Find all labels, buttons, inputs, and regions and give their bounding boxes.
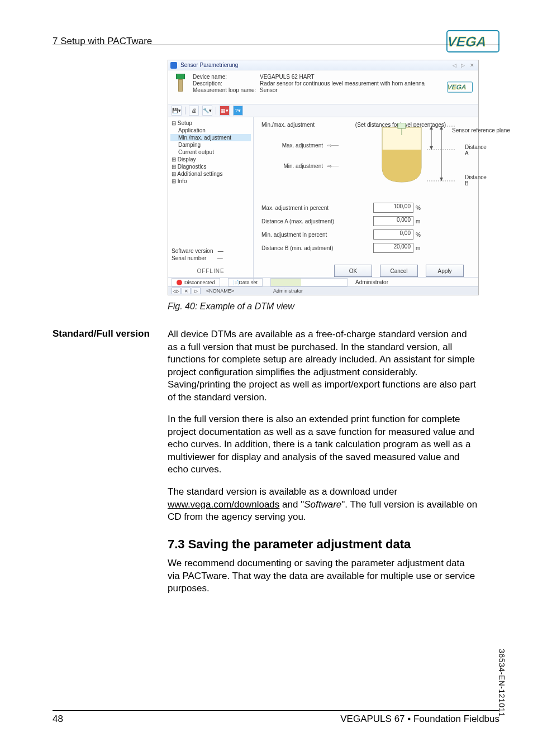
- tree-minmax[interactable]: Min./max. adjustment: [170, 134, 251, 141]
- unit-pct: %: [416, 205, 421, 211]
- panel-title: Min./max. adjustment: [261, 122, 315, 128]
- toolbar-help-icon[interactable]: ?▾: [233, 106, 243, 116]
- document-code: 36534-EN-121011: [497, 649, 506, 717]
- window-titlebar: Sensor Parametrierung ◁ ▷ ✕: [168, 60, 478, 70]
- paragraph-4: We recommend documenting or saving the p…: [168, 557, 478, 595]
- header-rule: [53, 45, 499, 45]
- toolbar-print-icon[interactable]: 🖨: [189, 106, 199, 116]
- maxpct-input[interactable]: 100,00: [373, 203, 413, 213]
- toolbar-grid-icon[interactable]: ▦▾: [220, 106, 230, 116]
- svg-text:VEGA: VEGA: [446, 34, 489, 49]
- distA-field-label: Distance A (max. adjustment): [261, 218, 373, 224]
- toolbar-wrench-icon[interactable]: 🔧▾: [202, 106, 212, 116]
- vessel-diagram: [371, 123, 455, 189]
- running-header: 7 Setup with PACTware VEGA: [53, 30, 499, 52]
- footer-rule: [53, 710, 499, 711]
- unit-pct: %: [416, 232, 421, 238]
- download-link[interactable]: www.vega.com/downloads: [168, 499, 279, 510]
- serial-number: Serial number —: [170, 255, 251, 262]
- tree-damping[interactable]: Damping: [170, 141, 251, 149]
- cancel-button[interactable]: Cancel: [380, 265, 418, 277]
- admin-label: Administrator: [355, 279, 388, 285]
- sensor-plane-label: Sensor reference plane: [452, 127, 510, 133]
- window-controls[interactable]: ◁ ▷ ✕: [453, 63, 476, 68]
- svg-marker-10: [430, 126, 433, 130]
- fields: Max. adjustment in percent 100,00 % Dist…: [261, 203, 470, 253]
- tree-setup[interactable]: ⊟ Setup: [170, 119, 251, 127]
- project-name: <NONAME>: [206, 288, 234, 294]
- arrow-icon: ⇨┄┄: [327, 142, 339, 149]
- admin-label-2: Administrator: [273, 288, 303, 294]
- window-title: Sensor Parametrierung: [180, 62, 238, 68]
- distA-input[interactable]: 0,000: [373, 216, 413, 226]
- svg-marker-13: [440, 126, 443, 130]
- dev-loop-label: Measurement loop name:: [193, 87, 260, 93]
- svg-marker-11: [430, 146, 433, 150]
- unit-m: m: [416, 245, 420, 251]
- status-bar-2: ◁▷ ✕ ▷ <NONAME> Administrator: [168, 286, 478, 295]
- nav-close-icon[interactable]: ✕: [182, 288, 191, 294]
- device-icon: [174, 74, 187, 96]
- connection-status: Disconnected: [172, 278, 220, 286]
- paragraph-1: All device DTMs are available as a free-…: [168, 328, 478, 404]
- apply-button[interactable]: Apply: [426, 265, 464, 277]
- ok-button[interactable]: OK: [334, 265, 372, 277]
- dev-loop-value: Sensor: [260, 87, 439, 93]
- toolbar-save-icon[interactable]: 💾▾: [172, 106, 182, 116]
- minpct-label: Min. adjustment in percent: [261, 232, 373, 238]
- dataset-status: 📄 Data set: [228, 278, 263, 286]
- distA-label: Distance A: [465, 144, 487, 156]
- tree-current-output[interactable]: Current output: [170, 149, 251, 156]
- status-bar: Disconnected 📄 Data set Administrator: [168, 277, 478, 287]
- nav-prev-icon[interactable]: ◁▷: [172, 288, 180, 294]
- dtm-screenshot: Sensor Parametrierung ◁ ▷ ✕ Device name:…: [168, 60, 479, 295]
- offline-status: OFFLINE: [170, 267, 251, 275]
- tree-diagnostics[interactable]: ⊞ Diagnostics: [170, 163, 251, 170]
- toolbar: 💾▾ 🖨 🔧▾ ▦▾ ?▾: [168, 104, 478, 117]
- doc-title: VEGAPULS 67 • Foundation Fieldbus: [340, 714, 499, 725]
- software-version: Software version —: [170, 247, 251, 255]
- section-title: 7 Setup with PACTware: [53, 36, 152, 47]
- margin-heading: Standard/Full version: [53, 328, 150, 339]
- vega-logo-small-icon: VEGA: [447, 82, 473, 93]
- tree-display[interactable]: ⊞ Display: [170, 156, 251, 163]
- section-heading-7-3: 7.3 Saving the parameter adjustment data: [168, 537, 411, 552]
- paragraph-2: In the full version there is also an ext…: [168, 413, 478, 476]
- dev-desc-label: Description:: [193, 80, 260, 87]
- connection-icon: [177, 280, 182, 285]
- device-header: Device name: VEGAPULS 62 HART Descriptio…: [168, 70, 478, 104]
- svg-text:VEGA: VEGA: [447, 83, 468, 91]
- dev-desc-value: Radar sensor for continuous level measur…: [260, 80, 439, 87]
- dev-name-label: Device name:: [193, 74, 260, 80]
- tree-info[interactable]: ⊞ Info: [170, 178, 251, 185]
- max-adj-label: Max. adjustment: [261, 142, 323, 149]
- nav-next-icon[interactable]: ▷: [192, 288, 201, 294]
- tree-application[interactable]: Application: [170, 127, 251, 134]
- page-number: 48: [53, 714, 63, 725]
- svg-rect-4: [398, 123, 406, 128]
- page-footer: 48 VEGAPULS 67 • Foundation Fieldbus: [53, 714, 499, 725]
- tree-additional[interactable]: ⊞ Additional settings: [170, 170, 251, 178]
- figure-caption: Fig. 40: Example of a DTM view: [168, 302, 294, 312]
- nav-tree[interactable]: ⊟ Setup Application Min./max. adjustment…: [168, 117, 254, 283]
- svg-marker-14: [440, 178, 443, 181]
- min-adj-label: Min. adjustment: [261, 163, 323, 169]
- progress-bar: [270, 278, 348, 286]
- maxpct-label: Max. adjustment in percent: [261, 205, 373, 211]
- distB-label: Distance B: [465, 174, 487, 186]
- paragraph-3: The standard version is available as a d…: [168, 486, 478, 524]
- distB-input[interactable]: 20,000: [373, 243, 413, 253]
- vega-logo-icon: VEGA: [446, 30, 499, 52]
- minpct-input[interactable]: 0,00: [373, 229, 413, 240]
- unit-m: m: [416, 218, 420, 224]
- dev-name-value: VEGAPULS 62 HART: [260, 74, 439, 80]
- app-icon: [170, 62, 177, 69]
- distB-field-label: Distance B (min. adjustment): [261, 245, 373, 251]
- arrow-icon: ⇨┄┄: [327, 163, 339, 169]
- main-panel: Min./max. adjustment (Set distances for …: [254, 117, 478, 283]
